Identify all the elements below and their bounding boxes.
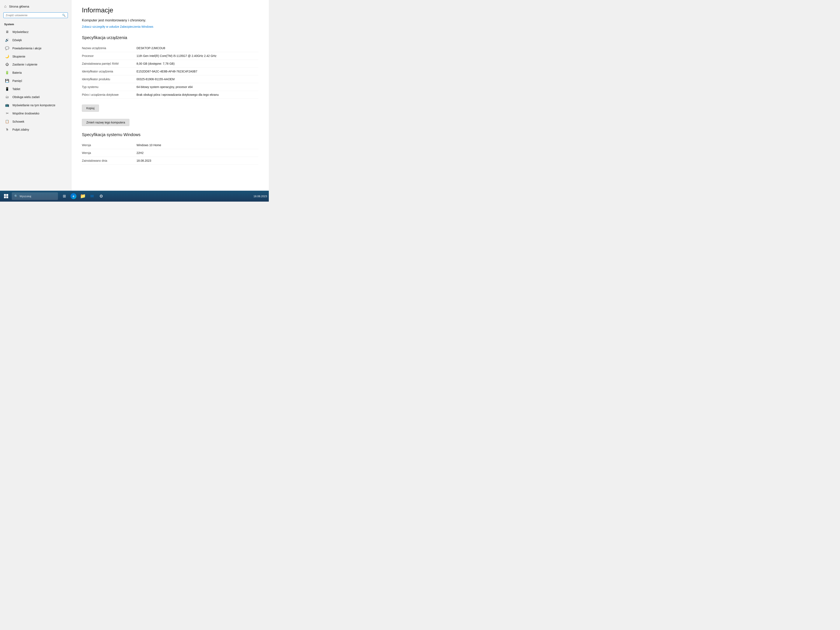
sidebar-item-label: Powiadomienia i akcje <box>13 47 41 50</box>
win-logo-piece-3 <box>4 196 6 198</box>
taskbar-right: 18.08.2023 <box>253 195 267 198</box>
memory-icon: 💾 <box>5 79 9 83</box>
start-button[interactable] <box>2 192 11 201</box>
focus-icon: 🌙 <box>5 54 9 58</box>
task-view-button[interactable]: ⊞ <box>60 192 68 201</box>
rename-button[interactable]: Zmień nazwę tego komputera <box>82 119 129 126</box>
win-spec-value: 18.08.2023 <box>136 157 258 164</box>
settings-button[interactable]: ⚙ <box>97 192 106 201</box>
search-input[interactable] <box>6 14 60 17</box>
sidebar-item-tablet[interactable]: 📱 Tablet <box>0 85 71 93</box>
win-spec-value: Windows 10 Home <box>136 141 258 149</box>
spec-row: Identyfikator urządzenia E152DD87-9A2C-4… <box>82 68 258 75</box>
clipboard-icon: 📋 <box>5 120 9 123</box>
windows-spec-title: Specyfikacja systemu Windows <box>82 132 258 137</box>
sidebar-item-label: Zasilanie i uśpienie <box>13 63 37 66</box>
win-spec-value: 22H2 <box>136 149 258 157</box>
spec-row: Zainstalowana pamięć RAM 8,00 GB (dostęp… <box>82 60 258 68</box>
sidebar-item-zasilanie[interactable]: ⏻ Zasilanie i uśpienie <box>0 60 71 68</box>
spec-value: 00325-81906-91155-AAOEM <box>136 75 258 83</box>
taskbar: 🔍 Wyszukaj ⊞ e 📁 ✉ ⚙ 18.08.2023 <box>0 191 269 202</box>
multitask-icon: 🗂 <box>5 95 9 99</box>
remote-icon: 🖱 <box>5 128 9 131</box>
sidebar-item-label: Wyświetlacz <box>13 30 28 33</box>
spec-row: Pióro i urządzenia dotykowe Brak obsługi… <box>82 91 258 98</box>
sidebar-item-label: Bateria <box>13 71 22 74</box>
spec-label: Pióro i urządzenia dotykowe <box>82 91 136 98</box>
win-spec-row: Wersja 22H2 <box>82 149 258 157</box>
page-title: Informacje <box>82 6 258 14</box>
sidebar-item-label: Wyświetlanie na tym komputerze <box>13 104 55 107</box>
taskbar-search-box[interactable]: 🔍 Wyszukaj <box>12 193 58 200</box>
windows-logo <box>4 194 8 198</box>
sidebar-item-bateria[interactable]: 🔋 Bateria <box>0 68 71 77</box>
sidebar-item-label: Skupienie <box>13 55 25 58</box>
explorer-button[interactable]: 📁 <box>79 192 87 201</box>
spec-label: Procesor <box>82 52 136 60</box>
sidebar-section-label: System <box>0 21 71 28</box>
edge-icon: e <box>71 193 76 199</box>
battery-icon: 🔋 <box>5 71 9 74</box>
sidebar-item-powiadomienia[interactable]: 💬 Powiadomienia i akcje <box>0 44 71 52</box>
edge-button[interactable]: e <box>69 192 78 201</box>
win-spec-row: Wersja Windows 10 Home <box>82 141 258 149</box>
settings-window: ⌂ Strona główna 🔍 System 🖥 Wyświetlacz 🔊… <box>0 0 269 191</box>
spec-value: Brak obsługi pióra i wprowadzania dotyko… <box>136 91 258 98</box>
spec-value: 8,00 GB (dostępne: 7,78 GB) <box>136 60 258 68</box>
win-spec-label: Zainstalowano dnia <box>82 157 136 164</box>
sidebar-item-label: Tablet <box>13 87 20 91</box>
security-link[interactable]: Zobacz szczegóły w usłudze Zabezpieczeni… <box>82 25 258 29</box>
sidebar-home-label: Strona główna <box>9 5 29 8</box>
shared-icon: ✂ <box>5 111 9 115</box>
device-spec-table: Nazwa urządzenia DESKTOP-2JMCOU8 Proceso… <box>82 44 258 99</box>
mail-button[interactable]: ✉ <box>88 192 96 201</box>
tablet-icon: 📱 <box>5 87 9 91</box>
task-view-icon: ⊞ <box>63 194 66 199</box>
spec-value: 64-bitowy system operacyjny, procesor x6… <box>136 83 258 91</box>
power-icon: ⏻ <box>5 63 9 66</box>
home-icon: ⌂ <box>4 4 6 9</box>
sidebar-home-button[interactable]: ⌂ Strona główna <box>0 2 71 11</box>
spec-label: Typ systemu <box>82 83 136 91</box>
spec-row: Nazwa urządzenia DESKTOP-2JMCOU8 <box>82 44 258 52</box>
win-spec-row: Zainstalowano dnia 18.08.2023 <box>82 157 258 164</box>
sidebar-item-pulpit[interactable]: 🖱 Pulpit zdalny <box>0 126 71 134</box>
win-logo-piece-4 <box>6 196 8 198</box>
copy-button[interactable]: Kopiuj <box>82 104 99 112</box>
taskbar-search-label: Wyszukaj <box>19 195 31 198</box>
spec-label: Identyfikator produktu <box>82 75 136 83</box>
sidebar-item-wyswietlanie[interactable]: 📺 Wyświetlanie na tym komputerze <box>0 101 71 109</box>
display-pc-icon: 📺 <box>5 103 9 107</box>
windows-spec-table: Wersja Windows 10 Home Wersja 22H2 Zains… <box>82 141 258 165</box>
sidebar-item-label: Schowek <box>13 120 24 123</box>
sidebar-item-pamiec[interactable]: 💾 Pamięć <box>0 77 71 85</box>
search-box[interactable]: 🔍 <box>3 13 68 18</box>
spec-label: Nazwa urządzenia <box>82 44 136 52</box>
sound-icon: 🔊 <box>5 38 9 42</box>
sidebar-item-schowek[interactable]: 📋 Schowek <box>0 117 71 126</box>
sidebar-item-wyswietlacz[interactable]: 🖥 Wyświetlacz <box>0 28 71 36</box>
win-spec-label: Wersja <box>82 141 136 149</box>
win-logo-piece-1 <box>4 194 6 196</box>
sidebar-item-skupienie[interactable]: 🌙 Skupienie <box>0 52 71 60</box>
sidebar-item-wielozadaniowosc[interactable]: 🗂 Obsługa wielu zadań <box>0 93 71 101</box>
spec-label: Identyfikator urządzenia <box>82 68 136 75</box>
spec-row: Identyfikator produktu 00325-81906-91155… <box>82 75 258 83</box>
sidebar: ⌂ Strona główna 🔍 System 🖥 Wyświetlacz 🔊… <box>0 0 71 191</box>
sidebar-item-label: Dźwięk <box>13 38 22 42</box>
sidebar-item-label: Wspólne środowisko <box>13 112 39 115</box>
sidebar-item-label: Pulpit zdalny <box>13 128 29 131</box>
sidebar-item-dzwiek[interactable]: 🔊 Dźwięk <box>0 36 71 44</box>
settings-icon: ⚙ <box>99 194 103 199</box>
sidebar-item-wspolne[interactable]: ✂ Wspólne środowisko <box>0 109 71 117</box>
main-content: Informacje Komputer jest monitorowany i … <box>71 0 269 191</box>
sidebar-item-label: Pamięć <box>13 79 22 82</box>
spec-row: Typ systemu 64-bitowy system operacyjny,… <box>82 83 258 91</box>
search-icon: 🔍 <box>62 14 66 17</box>
security-status: Komputer jest monitorowany i chroniony. <box>82 18 258 23</box>
display-icon: 🖥 <box>5 30 9 34</box>
folder-icon: 📁 <box>80 193 86 199</box>
device-spec-title: Specyfikacja urządzenia <box>82 35 258 40</box>
taskbar-icons: ⊞ e 📁 ✉ ⚙ <box>60 192 106 201</box>
notification-icon: 💬 <box>5 46 9 50</box>
